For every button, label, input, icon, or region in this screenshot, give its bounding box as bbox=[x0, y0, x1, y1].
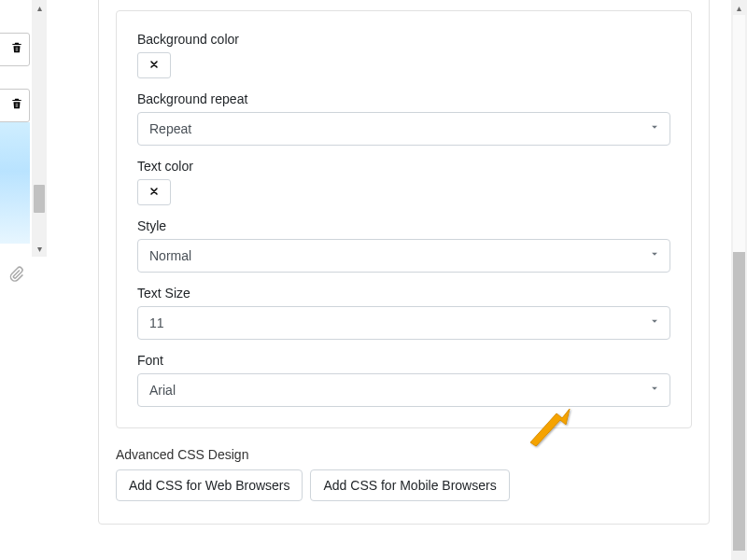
settings-panel: Background color Background repeat Repea… bbox=[98, 0, 710, 525]
style-select[interactable]: Normal bbox=[137, 239, 670, 273]
text-color-swatch[interactable] bbox=[137, 179, 171, 205]
thumbnail-item[interactable] bbox=[0, 89, 30, 122]
font-select[interactable]: Arial bbox=[137, 373, 670, 407]
text-size-label: Text Size bbox=[137, 286, 670, 301]
select-value: Arial bbox=[149, 383, 176, 398]
thumbnail-preview[interactable] bbox=[0, 122, 30, 244]
thumbnail-item[interactable] bbox=[0, 33, 30, 66]
right-scrollbar-track[interactable]: ▴ bbox=[731, 0, 747, 560]
scroll-up-arrow-icon[interactable]: ▴ bbox=[731, 0, 747, 16]
left-scrollbar-track[interactable]: ▴ ▾ bbox=[32, 0, 47, 257]
style-label: Style bbox=[137, 218, 670, 233]
font-label: Font bbox=[137, 353, 670, 368]
right-scrollbar-thumb[interactable] bbox=[733, 252, 745, 551]
advanced-css-heading: Advanced CSS Design bbox=[116, 447, 692, 462]
select-value: 11 bbox=[149, 315, 164, 330]
select-value: Repeat bbox=[149, 121, 191, 136]
left-scrollbar-thumb[interactable] bbox=[34, 185, 45, 213]
close-icon bbox=[148, 57, 160, 74]
attachment-icon[interactable] bbox=[7, 265, 24, 286]
select-value: Normal bbox=[149, 248, 191, 263]
trash-icon[interactable] bbox=[10, 97, 23, 114]
design-options-card: Background color Background repeat Repea… bbox=[116, 10, 692, 428]
add-css-mobile-button[interactable]: Add CSS for Mobile Browsers bbox=[310, 469, 509, 501]
text-color-label: Text color bbox=[137, 159, 670, 174]
add-css-web-button[interactable]: Add CSS for Web Browsers bbox=[116, 469, 303, 501]
main-content: Background color Background repeat Repea… bbox=[47, 0, 747, 560]
background-color-swatch[interactable] bbox=[137, 52, 171, 78]
scroll-down-arrow-icon[interactable]: ▾ bbox=[32, 241, 47, 256]
background-color-label: Background color bbox=[137, 32, 670, 47]
left-thumbnail-panel: ▴ ▾ bbox=[0, 0, 47, 560]
scrollbar-track-upper bbox=[733, 15, 745, 252]
background-repeat-label: Background repeat bbox=[137, 91, 670, 106]
scroll-up-arrow-icon[interactable]: ▴ bbox=[32, 0, 47, 15]
background-repeat-select[interactable]: Repeat bbox=[137, 112, 670, 146]
close-icon bbox=[148, 184, 160, 201]
trash-icon[interactable] bbox=[10, 41, 23, 58]
text-size-select[interactable]: 11 bbox=[137, 306, 670, 340]
